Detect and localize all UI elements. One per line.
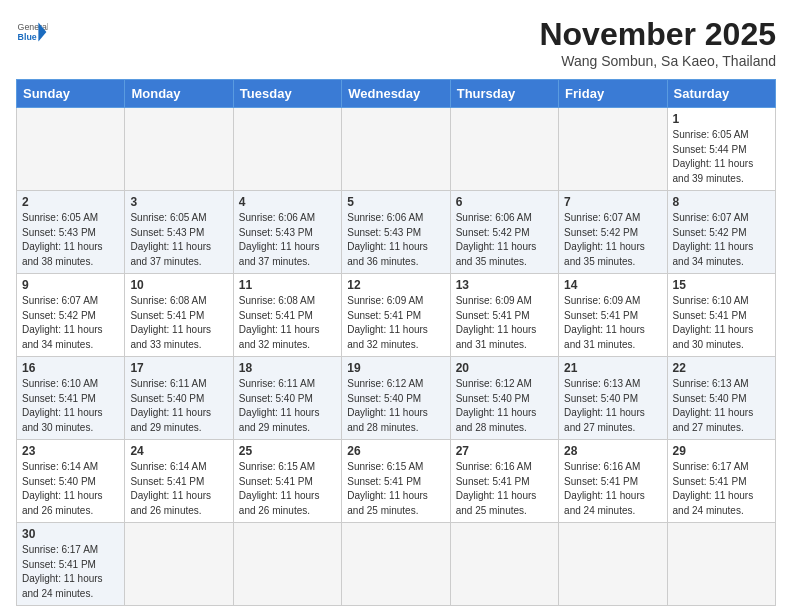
calendar-week-row: 30Sunrise: 6:17 AM Sunset: 5:41 PM Dayli… — [17, 523, 776, 606]
day-number: 18 — [239, 361, 336, 375]
calendar-cell — [667, 523, 775, 606]
day-info: Sunrise: 6:10 AM Sunset: 5:41 PM Dayligh… — [22, 377, 119, 435]
calendar-cell — [559, 523, 667, 606]
calendar-cell: 27Sunrise: 6:16 AM Sunset: 5:41 PM Dayli… — [450, 440, 558, 523]
day-number: 12 — [347, 278, 444, 292]
day-info: Sunrise: 6:06 AM Sunset: 5:43 PM Dayligh… — [347, 211, 444, 269]
day-number: 11 — [239, 278, 336, 292]
calendar-cell: 14Sunrise: 6:09 AM Sunset: 5:41 PM Dayli… — [559, 274, 667, 357]
calendar-week-row: 9Sunrise: 6:07 AM Sunset: 5:42 PM Daylig… — [17, 274, 776, 357]
day-number: 23 — [22, 444, 119, 458]
calendar-cell: 28Sunrise: 6:16 AM Sunset: 5:41 PM Dayli… — [559, 440, 667, 523]
calendar-cell — [559, 108, 667, 191]
calendar-cell — [450, 523, 558, 606]
calendar-cell: 11Sunrise: 6:08 AM Sunset: 5:41 PM Dayli… — [233, 274, 341, 357]
calendar-cell: 6Sunrise: 6:06 AM Sunset: 5:42 PM Daylig… — [450, 191, 558, 274]
day-info: Sunrise: 6:05 AM Sunset: 5:43 PM Dayligh… — [130, 211, 227, 269]
calendar-cell: 18Sunrise: 6:11 AM Sunset: 5:40 PM Dayli… — [233, 357, 341, 440]
calendar-cell: 1Sunrise: 6:05 AM Sunset: 5:44 PM Daylig… — [667, 108, 775, 191]
day-info: Sunrise: 6:07 AM Sunset: 5:42 PM Dayligh… — [22, 294, 119, 352]
day-number: 9 — [22, 278, 119, 292]
day-number: 3 — [130, 195, 227, 209]
calendar-cell — [342, 523, 450, 606]
weekday-header-wednesday: Wednesday — [342, 80, 450, 108]
day-info: Sunrise: 6:08 AM Sunset: 5:41 PM Dayligh… — [239, 294, 336, 352]
calendar-cell — [125, 523, 233, 606]
day-number: 24 — [130, 444, 227, 458]
calendar-cell: 29Sunrise: 6:17 AM Sunset: 5:41 PM Dayli… — [667, 440, 775, 523]
day-info: Sunrise: 6:12 AM Sunset: 5:40 PM Dayligh… — [347, 377, 444, 435]
day-number: 8 — [673, 195, 770, 209]
day-info: Sunrise: 6:13 AM Sunset: 5:40 PM Dayligh… — [564, 377, 661, 435]
day-number: 7 — [564, 195, 661, 209]
day-number: 19 — [347, 361, 444, 375]
day-number: 17 — [130, 361, 227, 375]
calendar-cell: 25Sunrise: 6:15 AM Sunset: 5:41 PM Dayli… — [233, 440, 341, 523]
day-info: Sunrise: 6:11 AM Sunset: 5:40 PM Dayligh… — [130, 377, 227, 435]
day-info: Sunrise: 6:09 AM Sunset: 5:41 PM Dayligh… — [564, 294, 661, 352]
calendar-cell: 9Sunrise: 6:07 AM Sunset: 5:42 PM Daylig… — [17, 274, 125, 357]
calendar-cell — [342, 108, 450, 191]
calendar-cell: 21Sunrise: 6:13 AM Sunset: 5:40 PM Dayli… — [559, 357, 667, 440]
day-info: Sunrise: 6:07 AM Sunset: 5:42 PM Dayligh… — [673, 211, 770, 269]
weekday-header-thursday: Thursday — [450, 80, 558, 108]
day-info: Sunrise: 6:15 AM Sunset: 5:41 PM Dayligh… — [239, 460, 336, 518]
calendar-table: SundayMondayTuesdayWednesdayThursdayFrid… — [16, 79, 776, 606]
calendar-week-row: 23Sunrise: 6:14 AM Sunset: 5:40 PM Dayli… — [17, 440, 776, 523]
day-number: 26 — [347, 444, 444, 458]
weekday-header-tuesday: Tuesday — [233, 80, 341, 108]
calendar-cell: 15Sunrise: 6:10 AM Sunset: 5:41 PM Dayli… — [667, 274, 775, 357]
day-number: 27 — [456, 444, 553, 458]
calendar-week-row: 16Sunrise: 6:10 AM Sunset: 5:41 PM Dayli… — [17, 357, 776, 440]
day-info: Sunrise: 6:07 AM Sunset: 5:42 PM Dayligh… — [564, 211, 661, 269]
weekday-header-monday: Monday — [125, 80, 233, 108]
calendar-cell: 3Sunrise: 6:05 AM Sunset: 5:43 PM Daylig… — [125, 191, 233, 274]
day-number: 4 — [239, 195, 336, 209]
day-number: 6 — [456, 195, 553, 209]
day-info: Sunrise: 6:13 AM Sunset: 5:40 PM Dayligh… — [673, 377, 770, 435]
calendar-cell: 22Sunrise: 6:13 AM Sunset: 5:40 PM Dayli… — [667, 357, 775, 440]
day-info: Sunrise: 6:09 AM Sunset: 5:41 PM Dayligh… — [347, 294, 444, 352]
calendar-cell: 24Sunrise: 6:14 AM Sunset: 5:41 PM Dayli… — [125, 440, 233, 523]
month-year: November 2025 — [539, 16, 776, 53]
day-info: Sunrise: 6:08 AM Sunset: 5:41 PM Dayligh… — [130, 294, 227, 352]
title-block: November 2025 Wang Sombun, Sa Kaeo, Thai… — [539, 16, 776, 69]
calendar-week-row: 2Sunrise: 6:05 AM Sunset: 5:43 PM Daylig… — [17, 191, 776, 274]
day-number: 16 — [22, 361, 119, 375]
day-info: Sunrise: 6:05 AM Sunset: 5:43 PM Dayligh… — [22, 211, 119, 269]
day-info: Sunrise: 6:05 AM Sunset: 5:44 PM Dayligh… — [673, 128, 770, 186]
day-number: 1 — [673, 112, 770, 126]
calendar-week-row: 1Sunrise: 6:05 AM Sunset: 5:44 PM Daylig… — [17, 108, 776, 191]
day-number: 10 — [130, 278, 227, 292]
calendar-cell — [125, 108, 233, 191]
calendar-cell: 12Sunrise: 6:09 AM Sunset: 5:41 PM Dayli… — [342, 274, 450, 357]
day-info: Sunrise: 6:16 AM Sunset: 5:41 PM Dayligh… — [456, 460, 553, 518]
weekday-header-saturday: Saturday — [667, 80, 775, 108]
calendar-cell: 4Sunrise: 6:06 AM Sunset: 5:43 PM Daylig… — [233, 191, 341, 274]
calendar-cell: 20Sunrise: 6:12 AM Sunset: 5:40 PM Dayli… — [450, 357, 558, 440]
day-info: Sunrise: 6:17 AM Sunset: 5:41 PM Dayligh… — [22, 543, 119, 601]
day-number: 25 — [239, 444, 336, 458]
calendar-cell: 16Sunrise: 6:10 AM Sunset: 5:41 PM Dayli… — [17, 357, 125, 440]
day-info: Sunrise: 6:14 AM Sunset: 5:40 PM Dayligh… — [22, 460, 119, 518]
day-info: Sunrise: 6:11 AM Sunset: 5:40 PM Dayligh… — [239, 377, 336, 435]
calendar-cell: 26Sunrise: 6:15 AM Sunset: 5:41 PM Dayli… — [342, 440, 450, 523]
calendar-cell: 19Sunrise: 6:12 AM Sunset: 5:40 PM Dayli… — [342, 357, 450, 440]
day-number: 2 — [22, 195, 119, 209]
day-info: Sunrise: 6:15 AM Sunset: 5:41 PM Dayligh… — [347, 460, 444, 518]
calendar-cell: 10Sunrise: 6:08 AM Sunset: 5:41 PM Dayli… — [125, 274, 233, 357]
calendar-cell: 30Sunrise: 6:17 AM Sunset: 5:41 PM Dayli… — [17, 523, 125, 606]
day-number: 28 — [564, 444, 661, 458]
calendar-cell — [233, 108, 341, 191]
logo: General Blue — [16, 16, 48, 48]
logo-icon: General Blue — [16, 16, 48, 48]
weekday-header-sunday: Sunday — [17, 80, 125, 108]
day-info: Sunrise: 6:14 AM Sunset: 5:41 PM Dayligh… — [130, 460, 227, 518]
calendar-cell — [233, 523, 341, 606]
day-number: 22 — [673, 361, 770, 375]
day-info: Sunrise: 6:17 AM Sunset: 5:41 PM Dayligh… — [673, 460, 770, 518]
day-number: 29 — [673, 444, 770, 458]
day-number: 20 — [456, 361, 553, 375]
calendar-cell: 8Sunrise: 6:07 AM Sunset: 5:42 PM Daylig… — [667, 191, 775, 274]
day-number: 13 — [456, 278, 553, 292]
